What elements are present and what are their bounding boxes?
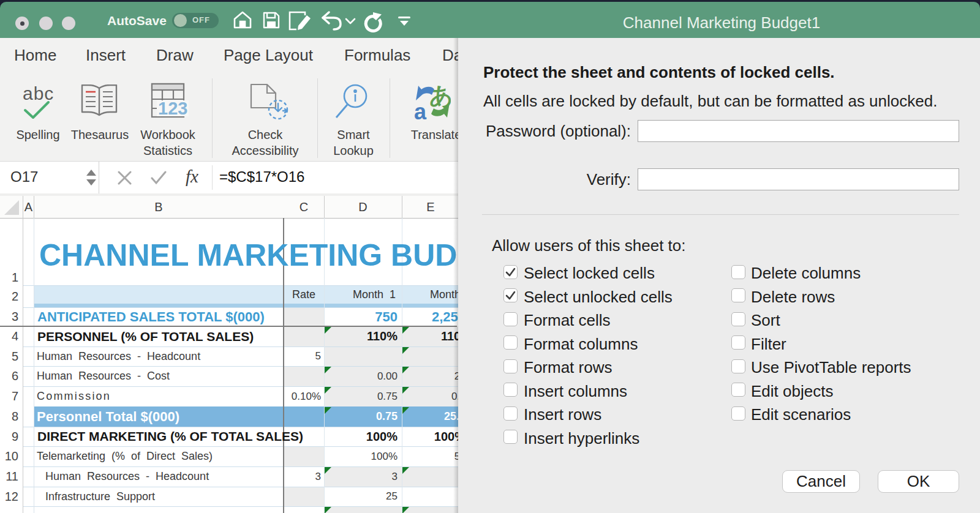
svg-text:a: a [414,99,427,120]
svg-text:あ: あ [429,83,451,108]
